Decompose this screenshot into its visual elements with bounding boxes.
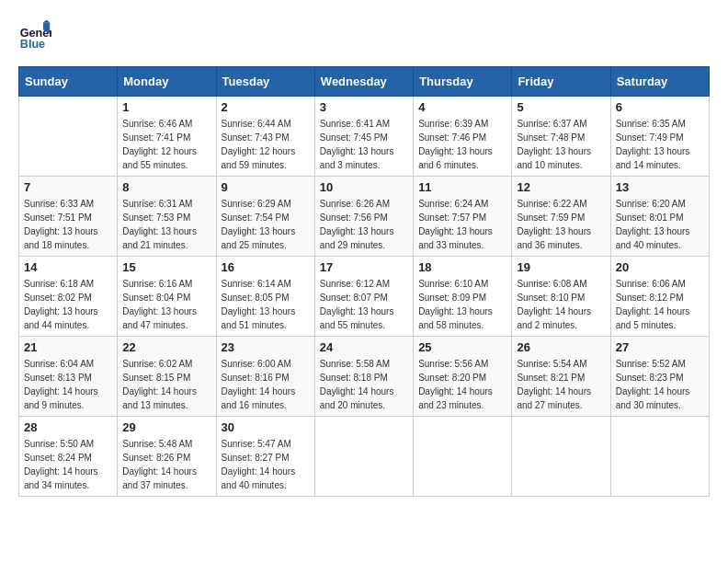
calendar-cell: 12Sunrise: 6:22 AMSunset: 7:59 PMDayligh… <box>512 177 610 257</box>
day-info: Sunrise: 5:48 AMSunset: 8:26 PMDaylight:… <box>122 437 210 492</box>
day-number: 28 <box>24 420 112 434</box>
calendar-cell: 28Sunrise: 5:50 AMSunset: 8:24 PMDayligh… <box>19 417 118 497</box>
day-info: Sunrise: 6:41 AMSunset: 7:45 PMDaylight:… <box>320 117 408 172</box>
day-info: Sunrise: 6:46 AMSunset: 7:41 PMDaylight:… <box>122 117 210 172</box>
calendar-cell: 29Sunrise: 5:48 AMSunset: 8:26 PMDayligh… <box>118 417 216 497</box>
day-info: Sunrise: 6:24 AMSunset: 7:57 PMDaylight:… <box>418 197 506 252</box>
day-number: 26 <box>517 340 605 354</box>
calendar-cell: 21Sunrise: 6:04 AMSunset: 8:13 PMDayligh… <box>19 337 118 417</box>
calendar-table: SundayMondayTuesdayWednesdayThursdayFrid… <box>18 66 710 497</box>
day-info: Sunrise: 6:31 AMSunset: 7:53 PMDaylight:… <box>122 197 210 252</box>
day-number: 21 <box>24 340 112 354</box>
calendar-cell: 3Sunrise: 6:41 AMSunset: 7:45 PMDaylight… <box>314 97 413 177</box>
col-header-thursday: Thursday <box>414 67 512 97</box>
calendar-week-row: 7Sunrise: 6:33 AMSunset: 7:51 PMDaylight… <box>19 177 710 257</box>
calendar-week-row: 14Sunrise: 6:18 AMSunset: 8:02 PMDayligh… <box>19 257 710 337</box>
calendar-cell: 14Sunrise: 6:18 AMSunset: 8:02 PMDayligh… <box>19 257 118 337</box>
day-info: Sunrise: 5:50 AMSunset: 8:24 PMDaylight:… <box>24 437 112 492</box>
day-info: Sunrise: 5:54 AMSunset: 8:21 PMDaylight:… <box>517 357 605 412</box>
day-number: 13 <box>616 180 704 194</box>
day-info: Sunrise: 6:18 AMSunset: 8:02 PMDaylight:… <box>24 277 112 332</box>
day-info: Sunrise: 6:02 AMSunset: 8:15 PMDaylight:… <box>122 357 210 412</box>
day-number: 22 <box>122 340 210 354</box>
day-info: Sunrise: 6:16 AMSunset: 8:04 PMDaylight:… <box>122 277 210 332</box>
day-info: Sunrise: 5:58 AMSunset: 8:18 PMDaylight:… <box>320 357 408 412</box>
calendar-cell: 7Sunrise: 6:33 AMSunset: 7:51 PMDaylight… <box>19 177 118 257</box>
day-number: 15 <box>122 260 210 274</box>
calendar-cell: 10Sunrise: 6:26 AMSunset: 7:56 PMDayligh… <box>314 177 413 257</box>
day-info: Sunrise: 5:47 AMSunset: 8:27 PMDaylight:… <box>222 437 310 492</box>
col-header-tuesday: Tuesday <box>216 67 314 97</box>
day-number: 9 <box>222 180 310 194</box>
day-number: 29 <box>122 420 210 434</box>
day-number: 30 <box>222 420 310 434</box>
day-info: Sunrise: 6:22 AMSunset: 7:59 PMDaylight:… <box>517 197 605 252</box>
calendar-cell: 4Sunrise: 6:39 AMSunset: 7:46 PMDaylight… <box>414 97 512 177</box>
col-header-sunday: Sunday <box>19 67 118 97</box>
calendar-week-row: 28Sunrise: 5:50 AMSunset: 8:24 PMDayligh… <box>19 417 710 497</box>
calendar-cell: 19Sunrise: 6:08 AMSunset: 8:10 PMDayligh… <box>512 257 610 337</box>
day-info: Sunrise: 6:20 AMSunset: 8:01 PMDaylight:… <box>616 197 704 252</box>
day-info: Sunrise: 6:00 AMSunset: 8:16 PMDaylight:… <box>222 357 310 412</box>
calendar-cell: 15Sunrise: 6:16 AMSunset: 8:04 PMDayligh… <box>118 257 216 337</box>
day-info: Sunrise: 6:44 AMSunset: 7:43 PMDaylight:… <box>222 117 310 172</box>
calendar-cell: 13Sunrise: 6:20 AMSunset: 8:01 PMDayligh… <box>610 177 709 257</box>
calendar-week-row: 21Sunrise: 6:04 AMSunset: 8:13 PMDayligh… <box>19 337 710 417</box>
day-number: 27 <box>616 340 704 354</box>
calendar-cell: 27Sunrise: 5:52 AMSunset: 8:23 PMDayligh… <box>610 337 709 417</box>
calendar-cell: 26Sunrise: 5:54 AMSunset: 8:21 PMDayligh… <box>512 337 610 417</box>
day-number: 6 <box>616 100 704 114</box>
calendar-header-row: SundayMondayTuesdayWednesdayThursdayFrid… <box>19 67 710 97</box>
calendar-cell: 30Sunrise: 5:47 AMSunset: 8:27 PMDayligh… <box>216 417 314 497</box>
calendar-cell: 24Sunrise: 5:58 AMSunset: 8:18 PMDayligh… <box>314 337 413 417</box>
svg-text:Blue: Blue <box>20 38 45 51</box>
day-info: Sunrise: 6:08 AMSunset: 8:10 PMDaylight:… <box>517 277 605 332</box>
col-header-wednesday: Wednesday <box>314 67 413 97</box>
calendar-cell: 9Sunrise: 6:29 AMSunset: 7:54 PMDaylight… <box>216 177 314 257</box>
day-number: 10 <box>320 180 408 194</box>
day-info: Sunrise: 6:33 AMSunset: 7:51 PMDaylight:… <box>24 197 112 252</box>
day-info: Sunrise: 6:35 AMSunset: 7:49 PMDaylight:… <box>616 117 704 172</box>
calendar-cell: 6Sunrise: 6:35 AMSunset: 7:49 PMDaylight… <box>610 97 709 177</box>
day-number: 12 <box>517 180 605 194</box>
day-number: 4 <box>418 100 506 114</box>
day-info: Sunrise: 6:29 AMSunset: 7:54 PMDaylight:… <box>222 197 310 252</box>
calendar-cell: 23Sunrise: 6:00 AMSunset: 8:16 PMDayligh… <box>216 337 314 417</box>
calendar-cell: 11Sunrise: 6:24 AMSunset: 7:57 PMDayligh… <box>414 177 512 257</box>
svg-marker-3 <box>43 20 50 23</box>
day-number: 1 <box>122 100 210 114</box>
col-header-monday: Monday <box>118 67 216 97</box>
day-number: 5 <box>517 100 605 114</box>
day-info: Sunrise: 6:26 AMSunset: 7:56 PMDaylight:… <box>320 197 408 252</box>
day-number: 18 <box>418 260 506 274</box>
day-info: Sunrise: 6:39 AMSunset: 7:46 PMDaylight:… <box>418 117 506 172</box>
day-number: 3 <box>320 100 408 114</box>
calendar-cell: 1Sunrise: 6:46 AMSunset: 7:41 PMDaylight… <box>118 97 216 177</box>
calendar-cell: 25Sunrise: 5:56 AMSunset: 8:20 PMDayligh… <box>414 337 512 417</box>
logo-icon: General Blue <box>18 18 51 52</box>
logo: General Blue <box>18 18 55 52</box>
calendar-cell <box>512 417 610 497</box>
day-info: Sunrise: 6:14 AMSunset: 8:05 PMDaylight:… <box>222 277 310 332</box>
day-number: 20 <box>616 260 704 274</box>
day-number: 19 <box>517 260 605 274</box>
calendar-cell: 5Sunrise: 6:37 AMSunset: 7:48 PMDaylight… <box>512 97 610 177</box>
day-info: Sunrise: 6:12 AMSunset: 8:07 PMDaylight:… <box>320 277 408 332</box>
day-info: Sunrise: 6:06 AMSunset: 8:12 PMDaylight:… <box>616 277 704 332</box>
day-number: 2 <box>222 100 310 114</box>
calendar-cell: 18Sunrise: 6:10 AMSunset: 8:09 PMDayligh… <box>414 257 512 337</box>
page-header: General Blue <box>18 18 710 52</box>
day-number: 7 <box>24 180 112 194</box>
day-info: Sunrise: 6:37 AMSunset: 7:48 PMDaylight:… <box>517 117 605 172</box>
day-info: Sunrise: 5:52 AMSunset: 8:23 PMDaylight:… <box>616 357 704 412</box>
calendar-cell: 22Sunrise: 6:02 AMSunset: 8:15 PMDayligh… <box>118 337 216 417</box>
day-info: Sunrise: 6:10 AMSunset: 8:09 PMDaylight:… <box>418 277 506 332</box>
day-number: 14 <box>24 260 112 274</box>
day-number: 23 <box>222 340 310 354</box>
calendar-cell <box>610 417 709 497</box>
day-info: Sunrise: 5:56 AMSunset: 8:20 PMDaylight:… <box>418 357 506 412</box>
day-number: 11 <box>418 180 506 194</box>
col-header-saturday: Saturday <box>610 67 709 97</box>
calendar-cell: 20Sunrise: 6:06 AMSunset: 8:12 PMDayligh… <box>610 257 709 337</box>
calendar-cell: 17Sunrise: 6:12 AMSunset: 8:07 PMDayligh… <box>314 257 413 337</box>
